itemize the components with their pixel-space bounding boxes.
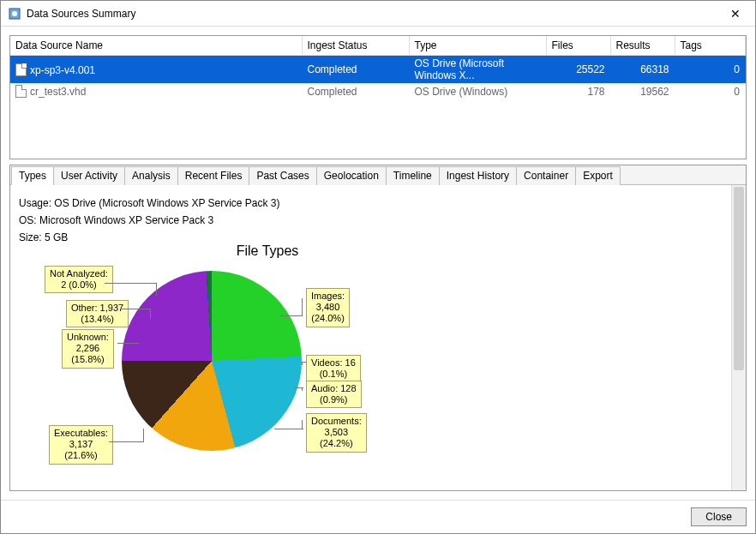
pie-chart	[122, 271, 302, 451]
file-icon	[15, 85, 27, 98]
leader-line	[120, 309, 150, 309]
tab-user-activity[interactable]: User Activity	[53, 166, 125, 185]
scrollbar-vertical[interactable]	[731, 185, 746, 490]
titlebar[interactable]: Data Sources Summary ✕	[1, 1, 755, 27]
leader-line	[280, 315, 303, 316]
dialog-footer: Close	[1, 500, 755, 533]
tab-ingest-history[interactable]: Ingest History	[439, 166, 517, 185]
scrollbar-thumb[interactable]	[734, 187, 744, 370]
summary-size: Size: 5 GB	[19, 231, 723, 243]
leader-line	[117, 343, 139, 344]
table-row[interactable]: xp-sp3-v4.001CompletedOS Drive (Microsof…	[10, 56, 746, 84]
col-tags[interactable]: Tags	[675, 36, 746, 56]
tab-recent-files[interactable]: Recent Files	[177, 166, 250, 185]
leader-line	[295, 387, 303, 388]
callout-unknown: Unknown:2,296(15.8%)	[62, 329, 114, 369]
close-button[interactable]: Close	[691, 507, 747, 526]
window-title: Data Sources Summary	[27, 8, 723, 20]
app-icon	[8, 7, 21, 21]
tabstrip: TypesUser ActivityAnalysisRecent FilesPa…	[10, 165, 746, 185]
tab-container[interactable]: Container	[516, 166, 576, 185]
leader-line	[302, 362, 307, 363]
callout-not-analyzed: Not Analyzed:2 (0.0%)	[45, 266, 113, 293]
svg-point-1	[12, 11, 17, 16]
tab-export[interactable]: Export	[575, 166, 621, 185]
tab-scroll-area[interactable]: Usage: OS Drive (Microsoft Windows XP Se…	[10, 185, 731, 490]
chart-title: File Types	[87, 243, 447, 259]
tab-content: Usage: OS Drive (Microsoft Windows XP Se…	[10, 185, 746, 490]
callout-images: Images:3,480(24.0%)	[306, 288, 350, 327]
tab-analysis[interactable]: Analysis	[124, 166, 178, 185]
file-icon	[15, 63, 27, 76]
dialog-window: Data Sources Summary ✕ Data Source Name …	[0, 0, 756, 534]
table-header-row[interactable]: Data Source Name Ingest Status Type File…	[10, 36, 746, 56]
callout-executables: Executables:3,137(21.6%)	[49, 425, 113, 465]
tab-timeline[interactable]: Timeline	[386, 166, 440, 185]
leader-line	[105, 283, 156, 284]
col-results[interactable]: Results	[610, 36, 675, 56]
close-icon[interactable]: ✕	[723, 7, 748, 21]
data-source-table[interactable]: Data Source Name Ingest Status Type File…	[9, 35, 747, 159]
callout-audio: Audio: 128(0.9%)	[306, 381, 362, 408]
leader-line	[150, 309, 151, 319]
file-types-chart: File Types Images:3,480(24.0%)Videos: 16…	[19, 249, 379, 490]
leader-line	[143, 429, 144, 442]
content-area: Data Source Name Ingest Status Type File…	[1, 27, 755, 500]
summary-os: OS: Microsoft Windows XP Service Pack 3	[19, 214, 723, 226]
leader-line	[302, 420, 303, 429]
callout-videos: Videos: 16(0.1%)	[306, 355, 361, 382]
leader-line	[156, 283, 157, 296]
callout-other: Other: 1,937(13.4%)	[66, 300, 129, 327]
col-files[interactable]: Files	[546, 36, 610, 56]
table-row[interactable]: cr_test3.vhdCompletedOS Drive (Windows)1…	[10, 83, 746, 99]
leader-line	[302, 298, 303, 315]
callout-documents: Documents:3,503(24.2%)	[306, 413, 367, 453]
summary-usage: Usage: OS Drive (Microsoft Windows XP Se…	[19, 197, 723, 209]
col-status[interactable]: Ingest Status	[302, 36, 409, 56]
tabs-panel: TypesUser ActivityAnalysisRecent FilesPa…	[9, 165, 747, 491]
leader-line	[274, 429, 303, 429]
tab-types[interactable]: Types	[11, 166, 54, 185]
tab-past-cases[interactable]: Past Cases	[249, 166, 316, 185]
leader-line	[109, 441, 143, 442]
col-type[interactable]: Type	[409, 36, 546, 56]
tab-geolocation[interactable]: Geolocation	[316, 166, 387, 185]
col-name[interactable]: Data Source Name	[10, 36, 302, 56]
